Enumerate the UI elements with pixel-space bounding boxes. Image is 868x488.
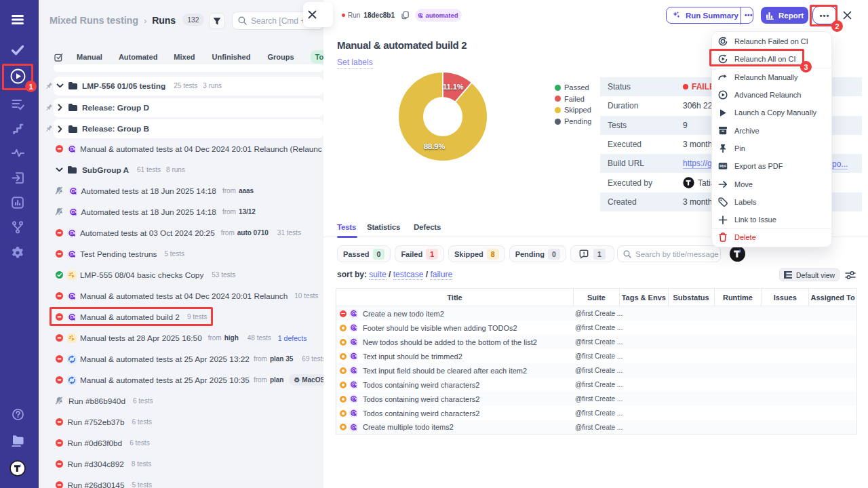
svg-text:PDF: PDF [719, 164, 726, 168]
